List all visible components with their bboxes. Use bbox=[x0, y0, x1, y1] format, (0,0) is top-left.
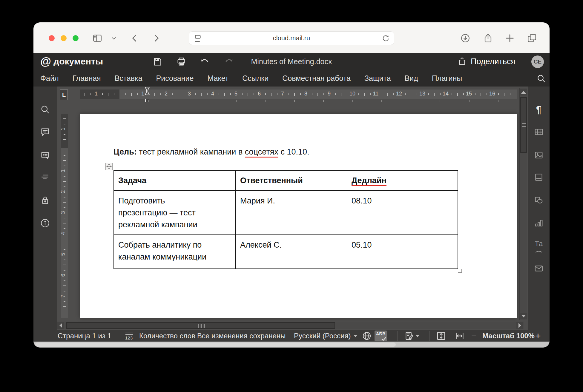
table-icon[interactable] bbox=[534, 127, 544, 137]
table-resize-handle[interactable] bbox=[458, 269, 462, 273]
ruler-tick bbox=[64, 270, 65, 271]
info-icon[interactable] bbox=[40, 218, 50, 228]
back-icon[interactable] bbox=[130, 33, 140, 43]
page-layout-icon[interactable] bbox=[534, 172, 544, 182]
ruler-tick bbox=[137, 93, 138, 95]
downloads-icon[interactable] bbox=[460, 33, 470, 43]
menu-item-0[interactable]: Файл bbox=[40, 74, 59, 83]
table-cell[interactable]: Подготовить презентацию — тест рекламной… bbox=[114, 191, 236, 235]
table-cell[interactable]: 08.10 bbox=[347, 191, 458, 235]
image-icon[interactable] bbox=[534, 150, 544, 160]
menu-item-8[interactable]: Вид bbox=[405, 74, 418, 83]
document-table[interactable]: Задача Ответственный Дедлайн Подготовить… bbox=[113, 170, 458, 269]
ruler-tick bbox=[510, 93, 510, 95]
table-move-handle[interactable] bbox=[105, 163, 113, 170]
scroll-right-button[interactable] bbox=[516, 322, 523, 329]
table-header-cell[interactable]: Дедлайн bbox=[347, 170, 458, 191]
fit-width-button[interactable] bbox=[455, 330, 465, 342]
maximize-window-button[interactable] bbox=[73, 35, 79, 41]
vertical-ruler[interactable]: 11234567 bbox=[61, 114, 68, 318]
vertical-scrollbar[interactable] bbox=[519, 88, 527, 320]
text-art-icon[interactable]: Та bbox=[534, 240, 544, 250]
language-globe-icon[interactable] bbox=[362, 330, 372, 342]
menu-item-7[interactable]: Защита bbox=[364, 74, 391, 83]
ruler-tick bbox=[481, 93, 481, 96]
table-row: Подготовить презентацию — тест рекламной… bbox=[114, 191, 458, 235]
protection-lock-icon[interactable] bbox=[40, 195, 50, 205]
zoom-level-label: Масштаб 100% bbox=[482, 330, 535, 342]
vertical-scroll-thumb[interactable] bbox=[520, 97, 527, 153]
menu-item-2[interactable]: Вставка bbox=[115, 74, 142, 83]
ruler-tick bbox=[64, 134, 65, 135]
shapes-icon[interactable] bbox=[534, 195, 544, 205]
horizontal-scroll-thumb[interactable] bbox=[66, 322, 335, 329]
table-header-cell[interactable]: Задача bbox=[114, 170, 236, 191]
print-button[interactable] bbox=[176, 57, 186, 68]
ruler-tick bbox=[457, 93, 458, 96]
redo-button[interactable] bbox=[224, 57, 234, 68]
word-count-icon[interactable]: 123 bbox=[125, 330, 135, 342]
comments-icon[interactable] bbox=[40, 127, 50, 137]
menu-item-6[interactable]: Совместная работа bbox=[282, 74, 351, 83]
share-document-button[interactable]: Поделиться bbox=[458, 53, 515, 70]
navigation-outline-icon[interactable] bbox=[40, 172, 50, 182]
minimize-window-button[interactable] bbox=[61, 35, 67, 41]
page-format-icon[interactable] bbox=[194, 34, 202, 43]
close-window-button[interactable] bbox=[49, 35, 55, 41]
table-cell[interactable]: Мария И. bbox=[236, 191, 347, 235]
table-cell[interactable]: 05.10 bbox=[347, 235, 458, 269]
ruler-tick bbox=[370, 93, 371, 95]
table-cell[interactable]: Алексей С. bbox=[236, 235, 347, 269]
reload-icon[interactable] bbox=[381, 34, 390, 43]
spellcheck-toggle[interactable]: АБВ bbox=[375, 330, 387, 342]
ruler-number: 5 bbox=[60, 253, 66, 256]
app-logo[interactable]: @ документы bbox=[40, 55, 103, 68]
menu-item-4[interactable]: Макет bbox=[207, 74, 228, 83]
ruler-tick bbox=[102, 93, 103, 95]
share-icon[interactable] bbox=[483, 33, 493, 43]
zoom-out-button[interactable]: − bbox=[471, 330, 477, 342]
table-header-cell[interactable]: Ответственный bbox=[236, 170, 347, 191]
formatting-marks-icon[interactable]: ¶ bbox=[534, 104, 544, 115]
indent-marker[interactable] bbox=[143, 87, 151, 103]
ruler-number: 6 bbox=[258, 91, 261, 97]
document-page[interactable]: Цель: тест рекламной кампании в соцсетях… bbox=[80, 114, 517, 318]
word-count-label[interactable]: Количество слов bbox=[139, 330, 195, 342]
menu-item-9[interactable]: Плагины bbox=[432, 74, 462, 83]
search-menu-icon[interactable] bbox=[533, 70, 549, 87]
scroll-up-button[interactable] bbox=[520, 89, 527, 95]
tab-overview-icon[interactable] bbox=[527, 33, 537, 43]
ruler-tick bbox=[63, 118, 66, 119]
horizontal-scrollbar[interactable] bbox=[57, 322, 524, 329]
table-cell[interactable]: Собрать аналитику по каналам коммуникаци… bbox=[114, 235, 236, 269]
ruler-number: 1 bbox=[95, 91, 98, 97]
undo-button[interactable] bbox=[199, 57, 210, 68]
document-paragraph[interactable]: Цель: тест рекламной кампании в соцсетях… bbox=[113, 147, 309, 157]
edit-mode-selector[interactable] bbox=[404, 330, 419, 342]
scroll-down-button[interactable] bbox=[520, 313, 527, 319]
menu-item-3[interactable]: Рисование bbox=[156, 74, 194, 83]
chat-icon[interactable] bbox=[40, 150, 50, 160]
tab-stop-selector[interactable]: L bbox=[60, 89, 68, 100]
mail-merge-icon[interactable] bbox=[534, 263, 544, 274]
save-button[interactable] bbox=[152, 57, 162, 68]
avatar[interactable]: CE bbox=[531, 55, 544, 68]
menu-item-1[interactable]: Главная bbox=[72, 74, 101, 83]
ruler-tick bbox=[434, 93, 435, 96]
sidebar-toggle-icon[interactable] bbox=[92, 33, 102, 43]
menu-item-5[interactable]: Ссылки bbox=[242, 74, 269, 83]
ruler-tick bbox=[201, 93, 202, 96]
scroll-left-button[interactable] bbox=[57, 322, 64, 329]
page-indicator[interactable]: Страница 1 из 1 bbox=[58, 330, 111, 342]
language-selector[interactable]: Русский (Россия) bbox=[294, 330, 357, 342]
fit-page-button[interactable] bbox=[436, 330, 446, 342]
forward-icon[interactable] bbox=[151, 33, 161, 43]
address-bar[interactable]: cloud.mail.ru bbox=[189, 31, 394, 45]
search-icon[interactable] bbox=[40, 104, 50, 115]
overlay-scrollbar[interactable] bbox=[35, 342, 396, 347]
ruler-tick bbox=[463, 93, 464, 95]
zoom-in-button[interactable]: + bbox=[535, 330, 541, 342]
chart-icon[interactable] bbox=[534, 218, 544, 228]
chevron-down-icon[interactable] bbox=[110, 33, 118, 43]
new-tab-icon[interactable] bbox=[505, 33, 515, 43]
